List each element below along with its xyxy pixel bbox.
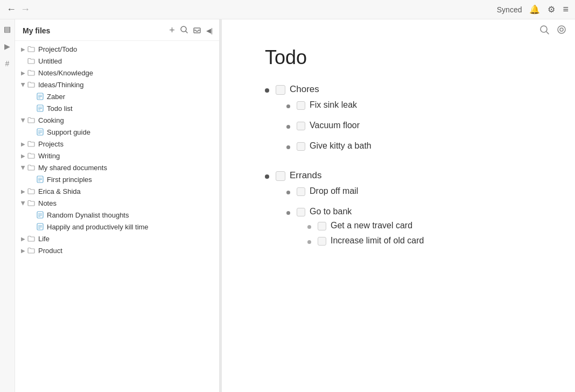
file-icon (36, 128, 44, 136)
icon-rail: ▤ ▶ # (0, 19, 15, 392)
folder-icon (27, 139, 36, 148)
folder-icon (27, 80, 36, 89)
todo-sub-sub-item: Get a new travel card (307, 221, 543, 230)
checkbox[interactable] (297, 142, 305, 151)
content-area: Todo ChoresFix sink leakVacuum floorGive… (222, 19, 575, 392)
collapse-sidebar-button[interactable]: ◀| (206, 27, 213, 34)
sidebar-item-label: Erica & Shida (38, 187, 215, 195)
notifications-button[interactable]: 🔔 (529, 4, 540, 15)
content-search-button[interactable] (539, 25, 549, 37)
sub-sub-bullet-dot (307, 240, 311, 244)
sub-sub-bullet-dot (307, 225, 311, 229)
sidebar-item-label: First principles (47, 176, 215, 184)
sidebar-tree: Project/TodoUntitledNotes/KnowledgeIdeas… (15, 41, 219, 392)
folder-icon (27, 116, 36, 124)
back-button[interactable]: ← (6, 4, 16, 15)
rail-hash-icon[interactable]: # (5, 59, 10, 68)
sub-bullet-dot (286, 145, 290, 149)
sidebar-item-label: Projects (38, 140, 215, 148)
folder-icon (27, 234, 36, 243)
folder-icon (27, 187, 36, 195)
sidebar-item-first-principles[interactable]: First principles (15, 173, 219, 185)
sidebar-item-projects[interactable]: Projects (15, 138, 219, 150)
main-layout: ▤ ▶ # My files + (0, 19, 575, 392)
sidebar-item-label: Cooking (38, 116, 215, 124)
todo-list: ChoresFix sink leakVacuum floorGive kitt… (265, 84, 543, 257)
folder-icon (27, 57, 36, 65)
sidebar-item-ideas-thinking[interactable]: Ideas/Thinking (15, 79, 219, 90)
file-icon (36, 211, 44, 219)
checkbox[interactable] (318, 237, 326, 246)
sidebar-item-todo-list[interactable]: Todo list (15, 102, 219, 114)
sidebar-item-label: Notes (38, 199, 215, 207)
checkbox[interactable] (276, 171, 285, 181)
sub-sub-item-label: Get a new travel card (331, 221, 412, 230)
forward-button[interactable]: → (20, 4, 30, 15)
sidebar-item-label: Ideas/Thinking (38, 81, 215, 89)
rail-documents-icon[interactable]: ▤ (4, 25, 11, 33)
svg-line-1 (186, 31, 187, 33)
item-label: Chores (290, 84, 319, 95)
todo-sub-item: Vacuum floor (286, 121, 543, 135)
sidebar-item-life[interactable]: Life (15, 233, 219, 244)
sidebar-item-random-dynalist[interactable]: Random Dynalist thoughts (15, 209, 219, 221)
sidebar-item-label: Untitled (38, 57, 215, 65)
svg-point-29 (558, 26, 565, 33)
menu-button[interactable]: ≡ (563, 4, 569, 15)
sidebar-item-cooking[interactable]: Cooking (15, 114, 219, 126)
rail-bookmark-icon[interactable]: ▶ (4, 42, 10, 51)
sidebar-item-zaber[interactable]: Zaber (15, 90, 219, 102)
checkbox[interactable] (297, 101, 305, 110)
checkbox[interactable] (297, 208, 305, 216)
bell-icon: 🔔 (529, 4, 540, 15)
sidebar-item-writing[interactable]: Writing (15, 150, 219, 162)
sidebar-item-label: Happily and productively kill time (47, 223, 215, 231)
sub-bullet-dot (286, 191, 290, 194)
add-file-button[interactable]: + (169, 25, 175, 36)
todo-sub-item: Give kitty a bath (286, 141, 543, 155)
sidebar-item-notes[interactable]: Notes (15, 197, 219, 209)
sub-item-label: Give kitty a bath (310, 141, 371, 151)
content-toolbar (539, 25, 566, 37)
checkbox[interactable] (297, 187, 305, 196)
checkbox[interactable] (318, 222, 326, 230)
sidebar: My files + ◀| Project/TodoUnt (15, 19, 220, 392)
topbar: ← → Synced 🔔 ⚙ ≡ (0, 0, 575, 19)
file-icon (36, 92, 44, 101)
folder-icon (27, 199, 36, 207)
sidebar-title: My files (23, 26, 50, 35)
folder-icon (27, 45, 36, 53)
sub-item-label: Vacuum floor (310, 121, 360, 130)
sidebar-item-project-todo[interactable]: Project/Todo (15, 43, 219, 55)
folder-icon (27, 246, 36, 255)
sidebar-item-label: Life (38, 235, 215, 243)
sub-item-label: Drop off mail (310, 186, 358, 196)
sidebar-item-label: Product (38, 247, 215, 255)
sidebar-item-label: Support guide (47, 128, 215, 136)
sub-sub-item-label: Increase limit of old card (331, 236, 424, 246)
todo-sub-sub-item: Increase limit of old card (307, 236, 543, 246)
sidebar-item-label: Writing (38, 152, 215, 160)
sidebar-item-support-guide[interactable]: Support guide (15, 126, 219, 138)
settings-button[interactable]: ⚙ (548, 4, 555, 15)
sidebar-item-notes-knowledge[interactable]: Notes/Knowledge (15, 67, 219, 79)
bullet-dot (265, 174, 269, 179)
sidebar-item-untitled[interactable]: Untitled (15, 55, 219, 67)
sub-item-label: Fix sink leak (310, 100, 357, 110)
todo-item: ChoresFix sink leakVacuum floorGive kitt… (265, 84, 543, 162)
todo-sub-item: Drop off mail (286, 186, 543, 200)
sidebar-item-erica-shida[interactable]: Erica & Shida (15, 185, 219, 197)
sidebar-item-my-shared-documents[interactable]: My shared documents (15, 162, 219, 173)
doc-title: Todo (265, 46, 543, 69)
search-sidebar-button[interactable] (180, 26, 188, 35)
sidebar-header: My files + ◀| (15, 19, 219, 41)
focus-mode-button[interactable] (557, 25, 566, 37)
sub-bullet-dot (286, 104, 290, 108)
sidebar-item-product[interactable]: Product (15, 244, 219, 256)
checkbox[interactable] (276, 85, 285, 95)
inbox-button[interactable] (193, 26, 201, 35)
sidebar-item-label: Notes/Knowledge (38, 69, 215, 77)
checkbox[interactable] (297, 122, 305, 130)
sidebar-item-happily[interactable]: Happily and productively kill time (15, 221, 219, 233)
item-label: Errands (290, 170, 322, 181)
